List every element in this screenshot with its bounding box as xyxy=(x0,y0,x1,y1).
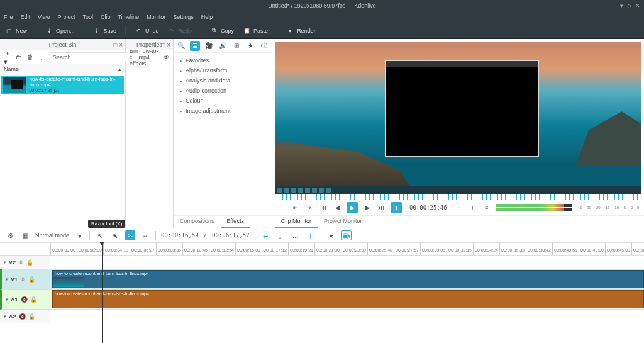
lock-icon[interactable]: 🔒 xyxy=(28,276,35,283)
main-toolbar: ▢New ⭳Open... ⭳Save ↶Undo ↷Redo ⧉Copy 📋P… xyxy=(0,23,644,39)
save-icon: ⭳ xyxy=(93,27,101,35)
timeline-audio-clip[interactable]: how-to-create-mount-and-burn-isos-in-lin… xyxy=(52,290,644,308)
visibility-icon[interactable]: 👁 xyxy=(164,54,169,60)
tab-effects[interactable]: Effects xyxy=(221,216,250,228)
expand-icon[interactable]: ▾ xyxy=(4,260,6,265)
favorite-effect-icon[interactable]: ★ xyxy=(326,230,336,240)
tab-clip-monitor[interactable]: Clip Monitor xyxy=(275,216,318,228)
edit-mode-select[interactable]: Normal mode xyxy=(35,232,69,239)
next-frame-icon[interactable]: ▶ xyxy=(363,203,372,212)
timeline-video-clip[interactable]: how-to-create-mount-and-burn-isos-in-lin… xyxy=(52,270,644,288)
zone-end-icon[interactable]: ⇥ xyxy=(305,203,314,212)
delete-icon[interactable]: 🗑 xyxy=(27,53,33,60)
new-button[interactable]: ▢New xyxy=(5,27,27,35)
undo-button[interactable]: ↶Undo xyxy=(135,27,159,35)
mute-icon[interactable]: 🔇 xyxy=(19,313,26,320)
prev-frame-icon[interactable]: ◀ xyxy=(333,203,341,212)
tab-project-monitor[interactable]: Project Monitor xyxy=(318,216,369,228)
tag-icon[interactable]: ⋮ xyxy=(38,53,45,60)
lock-icon[interactable]: 🔒 xyxy=(26,259,33,266)
selection-tool[interactable]: ↖ xyxy=(95,230,105,240)
track-menu-icon[interactable]: ▦ xyxy=(20,230,30,240)
overwrite-icon[interactable]: … xyxy=(291,230,301,240)
bin-tab[interactable]: Project Bin □ × xyxy=(0,39,125,50)
expand-icon[interactable]: ▾ xyxy=(4,314,6,319)
effect-category[interactable]: Favorites xyxy=(174,55,272,65)
menu-monitor[interactable]: Monitor xyxy=(147,14,165,20)
effect-category[interactable]: Analysis and data xyxy=(174,76,272,86)
play-button[interactable]: ▶ xyxy=(347,202,358,213)
menu-help[interactable]: Help xyxy=(201,14,213,20)
tab-compositions[interactable]: Compositions xyxy=(174,216,221,228)
mute-icon[interactable]: 🔇 xyxy=(21,296,28,303)
save-button[interactable]: ⭳Save xyxy=(93,27,117,35)
favorite-icon[interactable]: ★ xyxy=(245,41,255,51)
paste-button[interactable]: 📋Paste xyxy=(243,27,268,35)
copy-button[interactable]: ⧉Copy xyxy=(210,27,234,35)
insert-icon[interactable]: ⭳ xyxy=(275,230,286,240)
video-icon[interactable]: 🎥 xyxy=(204,41,214,51)
monitor-timecode[interactable]: 00:00:25:46 xyxy=(407,205,450,211)
settings-icon[interactable]: ⚙ xyxy=(5,230,15,240)
options-icon[interactable]: ≡ xyxy=(482,203,491,212)
audio-icon[interactable]: 🔊 xyxy=(218,41,228,51)
render-button[interactable]: ●Render xyxy=(286,27,316,35)
effect-category[interactable]: Image adjustment xyxy=(174,106,272,116)
menu-clip[interactable]: Clip xyxy=(101,14,111,20)
ruler-tick: 00:00:34:24 xyxy=(473,243,498,255)
folder-icon[interactable]: 🗀 xyxy=(16,53,22,60)
lift-icon[interactable]: ⭱ xyxy=(306,230,316,240)
zoom-out-icon[interactable]: − xyxy=(455,203,464,212)
playhead[interactable] xyxy=(102,243,103,343)
rewind-icon[interactable]: ⏮ xyxy=(319,203,328,212)
menu-tool[interactable]: Tool xyxy=(82,14,93,20)
pointer-tool[interactable]: ⬉ xyxy=(110,230,120,240)
clip-monitor-view[interactable] xyxy=(275,42,641,194)
minimize-icon[interactable]: ▾ xyxy=(620,3,623,9)
preview-render-icon[interactable]: ▣▾ xyxy=(341,230,352,240)
menu-edit[interactable]: Edit xyxy=(21,14,31,20)
redo-button[interactable]: ↷Redo xyxy=(168,27,192,35)
search-icon[interactable]: 🔍 xyxy=(176,41,186,51)
bin-column-header[interactable]: Name▴ xyxy=(0,64,125,74)
expand-icon[interactable]: ▾ xyxy=(6,277,8,282)
mute-icon[interactable]: 👁 xyxy=(18,259,24,266)
properties-tab[interactable]: Properties □ × xyxy=(126,39,173,50)
razor-tool[interactable]: ✂ xyxy=(125,230,135,240)
close-icon[interactable]: □ × xyxy=(113,42,123,48)
expand-icon[interactable]: ▾ xyxy=(6,297,8,302)
effect-category[interactable]: Colour xyxy=(174,96,272,106)
menu-file[interactable]: File xyxy=(4,14,13,20)
bin-search-input[interactable] xyxy=(50,52,126,62)
info-icon[interactable]: ⓘ xyxy=(259,41,269,51)
lock-icon[interactable]: 🔒 xyxy=(30,296,37,303)
menu-timeline[interactable]: Timeline xyxy=(118,14,139,20)
properties-panel: Properties □ × Bin how-to-c....mp4 effec… xyxy=(126,39,174,228)
add-marker-icon[interactable]: ＋ xyxy=(277,203,286,212)
list-view-icon[interactable]: ≣ xyxy=(190,41,200,51)
open-button[interactable]: ⭳Open... xyxy=(45,27,75,35)
menu-settings[interactable]: Settings xyxy=(173,14,194,20)
zone-start-icon[interactable]: ⇤ xyxy=(291,203,300,212)
add-clip-button[interactable]: ＋▾ xyxy=(4,48,11,66)
maximize-icon[interactable]: ◇ xyxy=(627,3,631,9)
monitor-ruler[interactable] xyxy=(275,194,641,200)
zoom-in-icon[interactable]: ＋ xyxy=(469,203,477,212)
close-icon[interactable]: □ × xyxy=(161,42,170,48)
menu-view[interactable]: View xyxy=(38,14,50,20)
mute-icon[interactable]: 👁 xyxy=(20,276,26,283)
loop-button[interactable]: ▮ xyxy=(391,202,402,213)
custom-icon[interactable]: ⊞ xyxy=(231,41,242,51)
effect-category[interactable]: Audio correction xyxy=(174,86,272,96)
forward-icon[interactable]: ⏭ xyxy=(377,203,386,212)
cursor-timecode[interactable]: 00:00:16,59 xyxy=(161,232,199,239)
bin-clip-item[interactable]: how-to-create-mount-and-burn-isos-in-lin… xyxy=(1,76,124,94)
close-icon[interactable]: ✕ xyxy=(635,3,640,9)
mix-icon[interactable]: ⇄ xyxy=(260,230,270,240)
lock-icon[interactable]: 🔒 xyxy=(28,313,35,320)
chevron-down-icon[interactable]: ▾ xyxy=(74,230,84,240)
menu-project[interactable]: Project xyxy=(57,14,75,20)
spacer-tool[interactable]: ↔ xyxy=(140,230,150,240)
effect-category[interactable]: Alpha/Transform xyxy=(174,65,272,76)
timeline-ruler[interactable]: 00:00:00:0000:00:02:0900:00:04:1800:00:0… xyxy=(50,243,644,255)
